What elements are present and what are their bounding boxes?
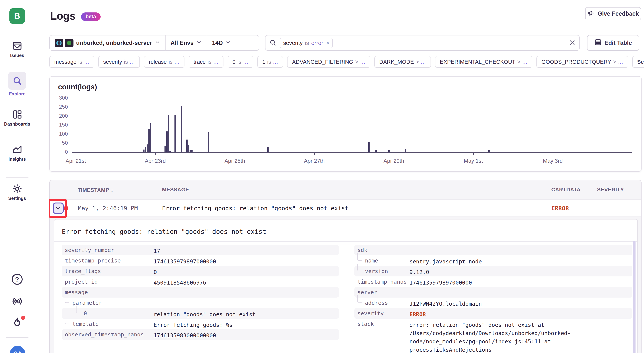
user-avatar[interactable]: CA bbox=[10, 346, 25, 353]
chip-value-ellipsis: ... bbox=[618, 59, 623, 65]
detail-attribute-row: severityERROR bbox=[354, 308, 632, 319]
environment-selector[interactable]: All Envs bbox=[165, 36, 207, 50]
chip-key: severity bbox=[103, 59, 122, 65]
sidebar: B Issues Explore Dashboar bbox=[0, 0, 34, 353]
filter-chip[interactable]: severityis... bbox=[98, 56, 140, 68]
project-selector[interactable]: unborked, unborked-server bbox=[50, 36, 165, 50]
detail-title: Error fetching goods: relation "goods" d… bbox=[62, 228, 266, 235]
search-filter-token[interactable]: severity is error × bbox=[280, 38, 333, 48]
table-row[interactable]: May 1, 2:46:19 PM Error fetching goods: … bbox=[50, 200, 641, 217]
give-feedback-button[interactable]: Give Feedback bbox=[585, 7, 641, 20]
chip-key: message bbox=[54, 59, 76, 65]
filter-chip[interactable]: 0is... bbox=[228, 56, 253, 68]
attribute-key: project_id bbox=[65, 278, 154, 285]
broadcast-button[interactable] bbox=[0, 295, 34, 307]
chart-bar bbox=[164, 146, 166, 152]
chart-bar bbox=[186, 140, 188, 152]
y-axis-label: 50 bbox=[50, 140, 68, 146]
sidebar-item-label: Explore bbox=[9, 91, 26, 97]
notification-dot bbox=[21, 316, 25, 320]
insights-icon bbox=[12, 144, 22, 155]
broadcast-icon bbox=[11, 295, 23, 307]
date-range-label: 14D bbox=[212, 40, 223, 46]
attribute-value: 9.12.0 bbox=[410, 268, 429, 276]
detail-attribute-row: 0relation "goods" does not exist bbox=[62, 308, 339, 319]
attribute-value: relation "goods" does not exist bbox=[154, 310, 256, 318]
sidebar-item-settings[interactable]: Settings bbox=[0, 183, 34, 201]
x-axis-tick bbox=[473, 153, 474, 155]
column-header-cartdata[interactable]: CARTDATA bbox=[551, 187, 580, 193]
chip-value-ellipsis: ... bbox=[273, 59, 278, 65]
detail-scrollbar[interactable] bbox=[633, 241, 636, 353]
see-full-list-button[interactable]: See full list bbox=[632, 56, 644, 68]
attribute-key: timestamp_precise bbox=[65, 257, 154, 264]
column-header-severity[interactable]: SEVERITY bbox=[597, 187, 624, 193]
filter-chip[interactable]: messageis... bbox=[49, 56, 94, 68]
attribute-key: stack bbox=[358, 321, 410, 327]
detail-attribute-row: server bbox=[354, 287, 632, 297]
attribute-key: observed_timestamp_nanos bbox=[65, 331, 154, 338]
detail-attribute-row: trace_flags0 bbox=[62, 266, 339, 276]
attribute-key: message bbox=[65, 289, 154, 295]
attribute-key: sdk bbox=[358, 247, 410, 253]
filter-chip[interactable]: 1is... bbox=[257, 56, 283, 68]
x-axis-tick bbox=[553, 153, 553, 155]
chip-operator: > bbox=[613, 59, 616, 65]
filter-chip[interactable]: EXPERIMENTAL_CHECKOUT>... bbox=[435, 56, 532, 68]
attribute-key: name bbox=[365, 257, 410, 264]
attribute-value: 4509118548606976 bbox=[154, 278, 206, 287]
token-operator: is bbox=[305, 40, 309, 46]
chart-bar bbox=[405, 149, 406, 152]
chart-bar bbox=[148, 129, 150, 152]
search-input[interactable]: severity is error × bbox=[265, 35, 580, 51]
attribute-value: 1746135979897000000 bbox=[154, 257, 216, 266]
chart-bar bbox=[181, 106, 182, 152]
chart-bar bbox=[191, 150, 192, 152]
chip-key: release bbox=[149, 59, 167, 65]
org-logo[interactable]: B bbox=[10, 8, 25, 24]
search-clear-button[interactable] bbox=[569, 39, 576, 47]
chart-bar bbox=[174, 115, 176, 152]
filter-chip[interactable]: releaseis... bbox=[144, 56, 184, 68]
row-severity-badge: ERROR bbox=[551, 205, 569, 212]
attribute-value: 1746135979897000000 bbox=[410, 278, 472, 287]
attribute-key: server bbox=[358, 289, 410, 295]
attribute-value: Error fetching goods: %s bbox=[154, 321, 232, 329]
environment-selector-label: All Envs bbox=[170, 40, 194, 46]
chip-value-ellipsis: ... bbox=[421, 59, 426, 65]
sidebar-item-issues[interactable]: Issues bbox=[0, 40, 34, 58]
annotation-dot bbox=[64, 206, 68, 211]
token-value: error bbox=[311, 40, 323, 46]
sidebar-item-explore[interactable]: Explore bbox=[0, 72, 34, 97]
date-range-selector[interactable]: 14D bbox=[207, 36, 236, 50]
filter-chip[interactable]: GOODS_PRODUCTQUERY>... bbox=[536, 56, 628, 68]
y-axis-label: 100 bbox=[50, 131, 68, 137]
chip-value-ellipsis: ... bbox=[130, 59, 135, 65]
chart-bar bbox=[368, 142, 370, 152]
token-remove-icon[interactable]: × bbox=[326, 40, 329, 46]
sidebar-divider bbox=[6, 337, 28, 338]
attribute-key: severity bbox=[358, 310, 410, 317]
detail-attribute-row: stackerror: relation "goods" does not ex… bbox=[354, 319, 632, 353]
chart-gridline bbox=[72, 125, 632, 125]
column-header-timestamp[interactable]: TIMESTAMP ↓ bbox=[78, 187, 114, 193]
x-axis-label: Apr 29th bbox=[384, 158, 404, 164]
filter-chip[interactable]: ADVANCED_FILTERING>... bbox=[287, 56, 370, 68]
chart-gridline bbox=[72, 98, 632, 98]
x-axis-label: Apr 27th bbox=[304, 158, 325, 164]
filter-chip[interactable]: traceis... bbox=[188, 56, 224, 68]
dashboards-icon bbox=[12, 109, 22, 120]
sidebar-item-dashboards[interactable]: Dashboards bbox=[0, 109, 34, 127]
filter-chip[interactable]: DARK_MODE>... bbox=[374, 56, 431, 68]
help-button[interactable]: ? bbox=[0, 274, 34, 285]
attribute-value: 0 bbox=[154, 268, 157, 276]
attribute-value: ERROR bbox=[410, 310, 426, 318]
chart-bar bbox=[150, 123, 151, 152]
chart-bar bbox=[146, 144, 148, 152]
column-header-message[interactable]: MESSAGE bbox=[162, 187, 189, 193]
edit-table-button[interactable]: Edit Table bbox=[587, 35, 639, 51]
tree-elbow-icon bbox=[65, 295, 69, 303]
chart-bar bbox=[98, 152, 100, 152]
sidebar-item-insights[interactable]: Insights bbox=[0, 144, 34, 162]
whats-new-button[interactable] bbox=[0, 317, 34, 328]
